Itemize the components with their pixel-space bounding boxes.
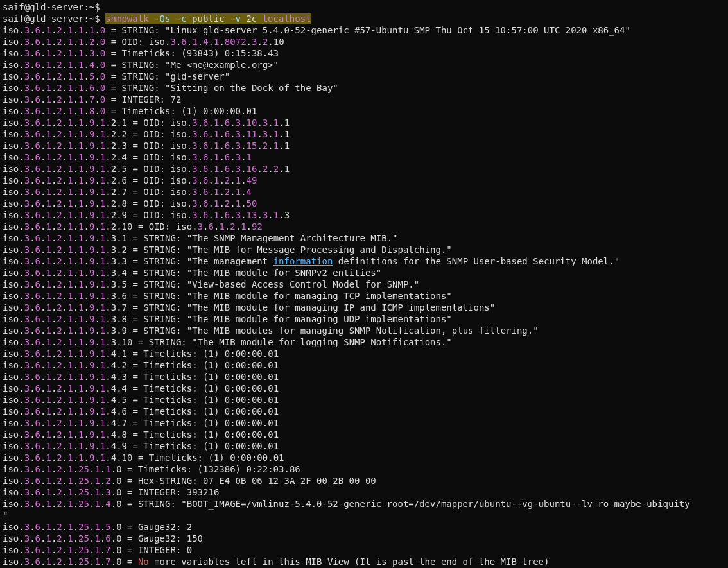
output-line: iso.3.6.1.2.1.25.1.4.0 = STRING: "BOOT_I… [3,498,725,510]
output-line: iso.3.6.1.2.1.1.9.1.3.8 = STRING: "The M… [3,313,725,325]
output-line: iso.3.6.1.2.1.1.7.0 = INTEGER: 72 [3,94,725,105]
output-line: iso.3.6.1.2.1.1.9.1.2.8 = OID: iso.3.6.1… [3,198,725,209]
output-line: iso.3.6.1.2.1.25.1.7.0 = INTEGER: 0 [3,544,725,556]
output-line: iso.3.6.1.2.1.1.9.1.4.10 = Timeticks: (1… [3,452,725,463]
output-line: iso.3.6.1.2.1.1.2.0 = OID: iso.3.6.1.4.1… [3,36,725,47]
output-line: iso.3.6.1.2.1.1.9.1.2.2 = OID: iso.3.6.1… [3,128,725,140]
command-bin: snmpwalk [105,13,148,24]
output-line: iso.3.6.1.2.1.1.9.1.4.7 = Timeticks: (1)… [3,417,725,429]
command-line: saif@gld-server:~$ snmpwalk -Os -c publi… [3,13,725,24]
output-line: iso.3.6.1.2.1.25.1.7.0 = No more variabl… [3,556,725,567]
output-line: iso.3.6.1.2.1.1.9.1.2.9 = OID: iso.3.6.1… [3,209,725,221]
output-line: iso.3.6.1.2.1.1.9.1.3.6 = STRING: "The M… [3,290,725,302]
output-line: iso.3.6.1.2.1.1.9.1.4.5 = Timeticks: (1)… [3,394,725,406]
output-line: iso.3.6.1.2.1.1.8.0 = Timeticks: (1) 0:0… [3,105,725,117]
command-highlight: snmpwalk -Os -c public -v 2c localhost [105,13,311,24]
output-line-wrap: " [3,510,725,521]
output-line: iso.3.6.1.2.1.25.1.1.0 = Timeticks: (132… [3,463,725,475]
output-line: iso.3.6.1.2.1.1.4.0 = STRING: "Me <me@ex… [3,59,725,71]
output-line: iso.3.6.1.2.1.1.9.1.3.7 = STRING: "The M… [3,302,725,313]
output-line: iso.3.6.1.2.1.1.9.1.2.10 = OID: iso.3.6.… [3,221,725,232]
output-line: iso.3.6.1.2.1.25.1.6.0 = Gauge32: 150 [3,533,725,544]
output-line: iso.3.6.1.2.1.1.9.1.2.5 = OID: iso.3.6.1… [3,163,725,175]
output-line: iso.3.6.1.2.1.1.9.1.3.1 = STRING: "The S… [3,232,725,244]
output-line: iso.3.6.1.2.1.1.9.1.2.7 = OID: iso.3.6.1… [3,186,725,198]
output-line: iso.3.6.1.2.1.1.9.1.4.3 = Timeticks: (1)… [3,371,725,383]
output-line: iso.3.6.1.2.1.1.9.1.4.2 = Timeticks: (1)… [3,359,725,371]
output-line: iso.3.6.1.2.1.1.5.0 = STRING: "gld-serve… [3,71,725,82]
output-line: iso.3.6.1.2.1.25.1.5.0 = Gauge32: 2 [3,521,725,533]
output-line: iso.3.6.1.2.1.1.9.1.2.6 = OID: iso.3.6.1… [3,175,725,186]
output-line: iso.3.6.1.2.1.25.1.3.0 = INTEGER: 393216 [3,486,725,498]
prompt: saif@gld-server:~$ [3,2,100,12]
output-line: iso.3.6.1.2.1.1.9.1.4.6 = Timeticks: (1)… [3,406,725,417]
output-line: iso.3.6.1.2.1.1.9.1.2.3 = OID: iso.3.6.1… [3,140,725,151]
output-line: iso.3.6.1.2.1.1.9.1.3.9 = STRING: "The M… [3,325,725,336]
output-line: iso.3.6.1.2.1.1.9.1.4.9 = Timeticks: (1)… [3,440,725,452]
output-line: iso.3.6.1.2.1.1.9.1.3.10 = STRING: "The … [3,336,725,348]
terminal[interactable]: saif@gld-server:~$ saif@gld-server:~$ sn… [0,0,728,568]
output-line: iso.3.6.1.2.1.1.9.1.4.8 = Timeticks: (1)… [3,429,725,440]
output-line: iso.3.6.1.2.1.1.9.1.3.4 = STRING: "The M… [3,267,725,279]
output-line: iso.3.6.1.2.1.25.1.2.0 = Hex-STRING: 07 … [3,475,725,486]
output-line: iso.3.6.1.2.1.1.9.1.2.1 = OID: iso.3.6.1… [3,117,725,128]
output-line: iso.3.6.1.2.1.1.9.1.4.1 = Timeticks: (1)… [3,348,725,359]
prompt: saif@gld-server:~$ [3,13,100,24]
output-line: iso.3.6.1.2.1.1.9.1.4.4 = Timeticks: (1)… [3,383,725,394]
output-line: iso.3.6.1.2.1.1.9.1.2.4 = OID: iso.3.6.1… [3,151,725,163]
output-line: iso.3.6.1.2.1.1.9.1.3.2 = STRING: "The M… [3,244,725,255]
output-line: iso.3.6.1.2.1.1.9.1.3.5 = STRING: "View-… [3,279,725,290]
output-line: iso.3.6.1.2.1.1.3.0 = Timeticks: (93843)… [3,47,725,59]
output-line: iso.3.6.1.2.1.1.6.0 = STRING: "Sitting o… [3,82,725,94]
prompt-line: saif@gld-server:~$ [3,1,725,13]
output-line: iso.3.6.1.2.1.1.1.0 = STRING: "Linux gld… [3,24,725,36]
output-line: iso.3.6.1.2.1.1.9.1.3.3 = STRING: "The m… [3,255,725,267]
